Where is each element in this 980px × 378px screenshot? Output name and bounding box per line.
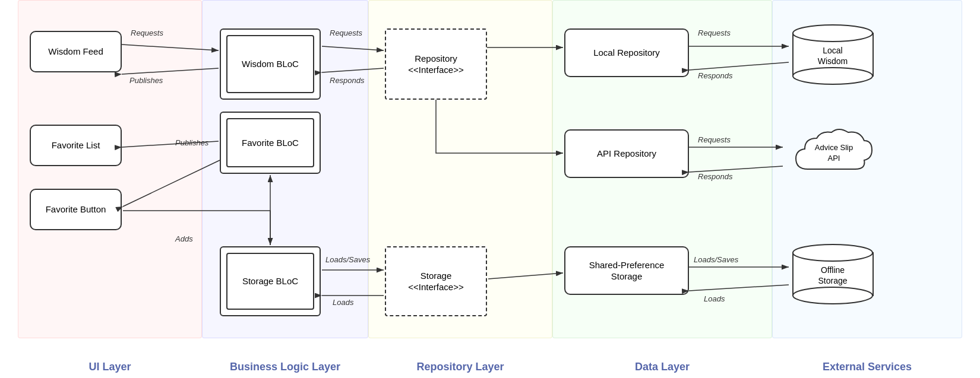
offline-storage-cylinder: Offline Storage xyxy=(790,242,876,304)
svg-text:Storage: Storage xyxy=(818,276,847,285)
label-requests-1: Requests xyxy=(131,28,163,37)
svg-text:Advice Slip: Advice Slip xyxy=(815,143,853,152)
label-repo-layer: Repository Layer xyxy=(368,361,552,373)
wisdom-feed-box: Wisdom Feed xyxy=(30,31,122,72)
label-biz-layer: Business Logic Layer xyxy=(202,361,368,373)
label-loads-1: Loads xyxy=(333,298,353,307)
shared-pref-box: Shared-PreferenceStorage xyxy=(564,246,689,295)
local-repo-box: Local Repository xyxy=(564,28,689,77)
label-publishes-2: Publishes xyxy=(175,138,208,147)
svg-text:API: API xyxy=(828,154,840,163)
label-ui-layer: UI Layer xyxy=(18,361,202,373)
label-ext-layer: External Services xyxy=(772,361,962,373)
favorite-bloc-outer: Favorite BLoC xyxy=(220,112,321,174)
favorite-bloc-inner: Favorite BLoC xyxy=(226,118,314,167)
label-requests-4: Requests xyxy=(698,135,731,144)
label-responds-1: Responds xyxy=(330,76,365,85)
label-requests-3: Requests xyxy=(698,28,731,37)
wisdom-bloc-outer: Wisdom BLoC xyxy=(220,28,321,100)
favorite-list-box: Favorite List xyxy=(30,125,122,166)
svg-point-6 xyxy=(793,244,872,261)
local-wisdom-cylinder: Local Wisdom xyxy=(790,23,876,85)
layer-labels-bar: UI Layer Business Logic Layer Repository… xyxy=(18,361,962,373)
label-requests-2: Requests xyxy=(330,28,362,37)
favorite-button-box: Favorite Button xyxy=(30,189,122,230)
label-loads-saves-1: Loads/Saves xyxy=(325,255,370,264)
label-publishes-1: Publishes xyxy=(129,76,163,85)
storage-interface-box: Storage<<Interface>> xyxy=(385,246,487,316)
svg-point-2 xyxy=(793,68,872,84)
label-responds-3: Responds xyxy=(698,172,733,181)
label-loads-2: Loads xyxy=(704,294,725,303)
storage-bloc-outer: Storage BLoC xyxy=(220,246,321,316)
svg-point-1 xyxy=(793,25,872,42)
diagram: Wisdom Feed Favorite List Favorite Butto… xyxy=(0,0,980,344)
repo-interface-box: Repository<<Interface>> xyxy=(385,28,487,100)
api-repo-box: API Repository xyxy=(564,129,689,178)
label-loads-saves-2: Loads/Saves xyxy=(694,255,738,264)
label-responds-2: Responds xyxy=(698,71,733,80)
svg-text:Local: Local xyxy=(823,46,842,55)
svg-text:Offline: Offline xyxy=(821,265,845,275)
svg-text:Wisdom: Wisdom xyxy=(818,56,848,66)
storage-bloc-inner: Storage BLoC xyxy=(226,253,314,310)
wisdom-bloc-inner: Wisdom BLoC xyxy=(226,35,314,93)
label-data-layer: Data Layer xyxy=(552,361,772,373)
svg-point-7 xyxy=(793,287,872,304)
advice-slip-cloud: Advice Slip API xyxy=(784,122,879,187)
label-adds: Adds xyxy=(175,234,193,243)
